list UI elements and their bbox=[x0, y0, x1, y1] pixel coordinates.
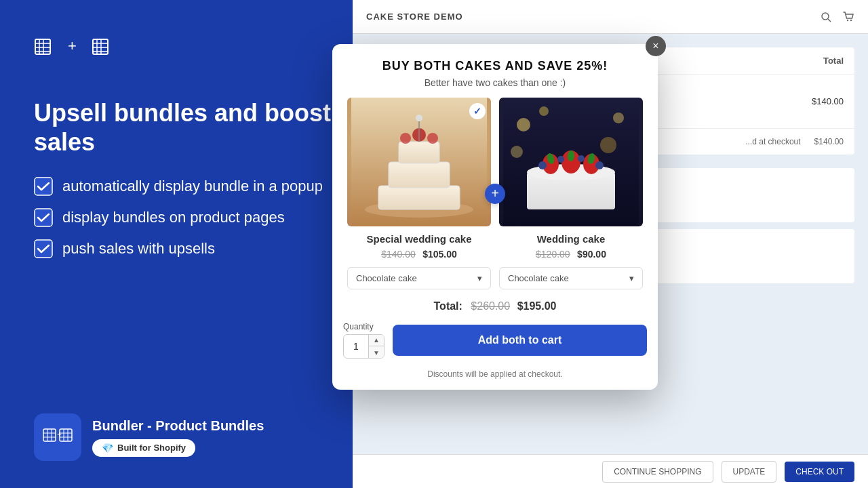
svg-point-44 bbox=[511, 146, 523, 158]
svg-point-45 bbox=[539, 106, 549, 116]
check-icon-1 bbox=[34, 177, 53, 196]
app-info: Bundler - Product Bundles 💎 Built for Sh… bbox=[92, 418, 264, 457]
strawberry-cake-svg bbox=[499, 98, 643, 226]
svg-point-29 bbox=[850, 19, 852, 20]
continue-shopping-button[interactable]: CONTINUE SHOPPING bbox=[602, 461, 713, 483]
product1-variant-text: Chocolate cake bbox=[356, 273, 417, 283]
checkout-button[interactable]: CHECK OUT bbox=[785, 462, 854, 482]
search-icon bbox=[820, 11, 832, 23]
dropdown1-arrow-icon: ▾ bbox=[477, 273, 482, 283]
demo-store-icons bbox=[820, 11, 854, 23]
svg-rect-15 bbox=[43, 429, 56, 441]
popup-footer: Quantity 1 ▲ ▼ Add both to cart bbox=[332, 312, 658, 369]
app-icon-svg: + bbox=[42, 424, 73, 451]
logo-area: + bbox=[34, 34, 373, 58]
update-button[interactable]: UPDATE bbox=[722, 461, 777, 483]
cube-icon-left bbox=[34, 34, 61, 58]
app-logo: + bbox=[34, 34, 111, 58]
svg-point-55 bbox=[557, 156, 564, 163]
svg-point-53 bbox=[595, 161, 604, 169]
logo-plus: + bbox=[68, 37, 77, 55]
quantity-control: Quantity 1 ▲ ▼ bbox=[343, 322, 384, 359]
shopify-badge: 💎 Built for Shopify bbox=[92, 439, 195, 457]
svg-rect-32 bbox=[378, 186, 460, 209]
popup-modal: × BUY BOTH CAKES AND SAVE 25%! Better ha… bbox=[332, 44, 658, 390]
product2-price: $120.00 $90.00 bbox=[499, 248, 643, 260]
cart-icon bbox=[842, 11, 854, 23]
product-card-1: ✓ Special wedding cake $140.00 $105.00 C… bbox=[343, 98, 495, 289]
features-list: automatically display bundle in a popup … bbox=[34, 177, 373, 258]
svg-point-37 bbox=[427, 133, 438, 144]
svg-point-52 bbox=[538, 161, 547, 169]
product1-check-badge: ✓ bbox=[469, 103, 486, 119]
total-sale-price: $195.00 bbox=[517, 300, 557, 312]
discount-note: Discounts will be applied at checkout. bbox=[332, 369, 658, 390]
check-icon-2 bbox=[34, 208, 53, 227]
svg-line-27 bbox=[828, 19, 831, 22]
svg-point-41 bbox=[517, 118, 530, 131]
popup-header: BUY BOTH CAKES AND SAVE 25%! Better have… bbox=[332, 44, 658, 98]
popup-close-button[interactable]: × bbox=[646, 36, 666, 56]
product2-name: Wedding cake bbox=[499, 233, 643, 245]
add-to-cart-button[interactable]: Add both to cart bbox=[393, 325, 647, 356]
products-plus-icon: + bbox=[485, 184, 505, 204]
svg-point-26 bbox=[822, 13, 829, 20]
page-headline: Upsell bundles and boost sales bbox=[34, 98, 373, 157]
popup-products: ✓ Special wedding cake $140.00 $105.00 C… bbox=[332, 98, 658, 289]
feature-item-2: display bundles on product pages bbox=[34, 208, 373, 227]
popup-subtitle: Better have two cakes than one :) bbox=[346, 77, 644, 88]
left-panel: + Upsell bundles and boost sales automat… bbox=[34, 34, 373, 258]
shopify-heart-icon: 💎 bbox=[102, 443, 113, 453]
quantity-value: 1 bbox=[344, 334, 368, 359]
quantity-input-wrap: 1 ▲ ▼ bbox=[343, 334, 384, 359]
svg-point-42 bbox=[613, 113, 624, 123]
svg-point-54 bbox=[578, 155, 585, 162]
product2-variant-text: Chocolate cake bbox=[508, 273, 569, 283]
demo-store-title: CAKE STORE DEMO bbox=[366, 12, 463, 22]
quantity-label: Quantity bbox=[343, 322, 374, 331]
svg-point-39 bbox=[416, 115, 422, 121]
popup-title: BUY BOTH CAKES AND SAVE 25%! bbox=[346, 59, 644, 73]
app-name: Bundler - Product Bundles bbox=[92, 418, 264, 434]
check-icon-3 bbox=[34, 239, 53, 258]
svg-rect-34 bbox=[399, 142, 439, 163]
dropdown2-arrow-icon: ▾ bbox=[629, 273, 634, 283]
product2-price-original: $120.00 bbox=[536, 249, 570, 260]
demo-bottom-bar: CONTINUE SHOPPING UPDATE CHECK OUT bbox=[353, 454, 868, 488]
feature-text-3: push sales with upsells bbox=[62, 240, 215, 258]
product-image-2 bbox=[499, 98, 643, 226]
quantity-down-button[interactable]: ▼ bbox=[369, 346, 384, 359]
product-price: $140.00 bbox=[727, 96, 844, 106]
popup-total: Total: $260.00 $195.00 bbox=[332, 289, 658, 312]
feature-item-1: automatically display bundle in a popup bbox=[34, 177, 373, 196]
wedding-cake-svg bbox=[347, 98, 491, 226]
product1-price-original: $140.00 bbox=[381, 249, 416, 260]
product1-price-sale: $105.00 bbox=[422, 249, 457, 260]
product-card-2: Wedding cake $120.00 $90.00 Chocolate ca… bbox=[495, 98, 647, 289]
col-total: Total bbox=[727, 56, 844, 66]
product-image-1: ✓ bbox=[347, 98, 491, 226]
wedding-cake-bg bbox=[347, 98, 491, 226]
feature-text-2: display bundles on product pages bbox=[62, 209, 285, 226]
discount-note-footer: ...d at checkout bbox=[745, 137, 800, 146]
app-icon: + bbox=[34, 413, 81, 461]
svg-point-43 bbox=[600, 137, 616, 153]
product1-variant-dropdown[interactable]: Chocolate cake ▾ bbox=[347, 267, 491, 289]
feature-item-3: push sales with upsells bbox=[34, 239, 373, 258]
product1-name: Special wedding cake bbox=[347, 233, 491, 245]
svg-point-28 bbox=[847, 19, 848, 20]
quantity-up-button[interactable]: ▲ bbox=[369, 334, 384, 346]
app-badge: + Bundler - Product Bundles 💎 Built for … bbox=[34, 413, 264, 461]
demo-store-header: CAKE STORE DEMO bbox=[353, 0, 868, 34]
total-price-footer: $140.00 bbox=[814, 137, 844, 146]
total-label: Total: bbox=[434, 300, 462, 312]
product2-variant-dropdown[interactable]: Chocolate cake ▾ bbox=[499, 267, 643, 289]
svg-rect-33 bbox=[389, 162, 450, 188]
shopify-badge-text: Built for Shopify bbox=[117, 443, 186, 453]
product1-price: $140.00 $105.00 bbox=[347, 248, 491, 260]
svg-point-35 bbox=[400, 133, 411, 144]
feature-text-1: automatically display bundle in a popup bbox=[62, 178, 323, 195]
product2-price-sale: $90.00 bbox=[577, 249, 606, 260]
quantity-arrows: ▲ ▼ bbox=[368, 334, 384, 359]
cube-icon-right bbox=[83, 34, 111, 58]
